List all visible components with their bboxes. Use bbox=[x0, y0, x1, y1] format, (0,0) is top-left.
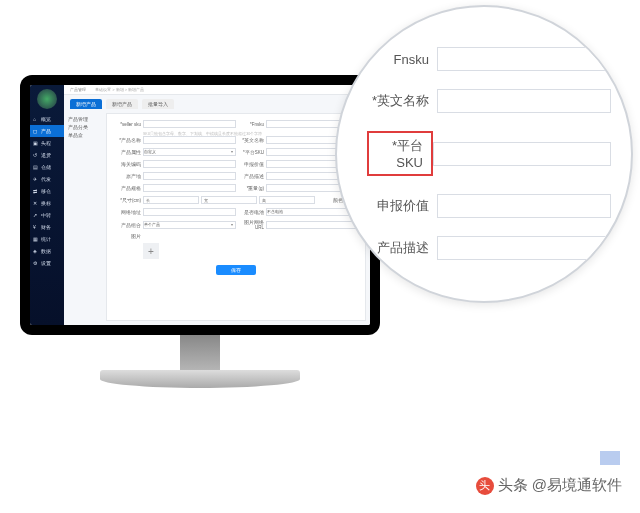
sidebar: ⌂概览 ◻产品 ▣头程 ↺退货 ▤仓储 ✈代发 ⇄移仓 ✕换标 ↗中转 ¥财务 … bbox=[30, 85, 64, 325]
tab-new-product-2[interactable]: 新增产品 bbox=[106, 99, 138, 109]
label-attr: 产品属性 bbox=[113, 150, 141, 155]
tree-item-products[interactable]: 产品管理 bbox=[68, 117, 100, 122]
label-color: 颜色 bbox=[315, 198, 343, 203]
product-form: *seller sku *Fnsku SKU只能包含字母、数字、下划线、中横线且… bbox=[106, 113, 366, 321]
url-input[interactable] bbox=[143, 208, 236, 216]
sidebar-label: 中转 bbox=[41, 212, 51, 218]
category-tree: 产品管理 产品分类 单品盒 bbox=[64, 113, 104, 145]
size-h-input[interactable] bbox=[259, 196, 315, 204]
decorative-square bbox=[600, 451, 620, 465]
screen: ⌂概览 ◻产品 ▣头程 ↺退货 ▤仓储 ✈代发 ⇄移仓 ✕换标 ↗中转 ¥财务 … bbox=[30, 85, 370, 325]
label-weight: *重量(g) bbox=[236, 186, 264, 191]
size-l-input[interactable] bbox=[143, 196, 199, 204]
label-seller-sku: *seller sku bbox=[113, 122, 141, 127]
tree-item-categories[interactable]: 产品分类 bbox=[68, 125, 100, 130]
plus-icon: + bbox=[148, 246, 154, 257]
cn-name-input[interactable] bbox=[143, 136, 236, 144]
data-icon: ◈ bbox=[33, 248, 39, 254]
sidebar-item-firstleg[interactable]: ▣头程 bbox=[30, 137, 64, 149]
sidebar-label: 移仓 bbox=[41, 188, 51, 194]
img-url-input[interactable] bbox=[266, 221, 359, 229]
mag-label-desc: 产品描述 bbox=[367, 239, 437, 257]
origin-input[interactable] bbox=[143, 172, 236, 180]
cube-icon: ◻ bbox=[33, 128, 39, 134]
magnifier-content: Fnsku *英文名称 *平台SKU 申报价值 产品描述 bbox=[337, 7, 631, 298]
sidebar-label: 换标 bbox=[41, 200, 51, 206]
tree-item-single-box[interactable]: 单品盒 bbox=[68, 133, 100, 138]
label-declare-val: 申报价值 bbox=[236, 162, 264, 167]
mag-label-plat-sku: *平台SKU bbox=[367, 131, 433, 176]
money-icon: ¥ bbox=[33, 224, 39, 230]
sidebar-item-product[interactable]: ◻产品 bbox=[30, 125, 64, 137]
sidebar-item-data[interactable]: ◈数据 bbox=[30, 245, 64, 257]
content-area: 产品管理 基础设置 > 新增 > 新增产品 新增产品 新增产品 批量导入 产品管… bbox=[64, 85, 370, 325]
monitor-stand-base bbox=[100, 370, 300, 388]
mag-row-plat-sku: *平台SKU bbox=[367, 131, 611, 176]
breadcrumb: 基础设置 > 新增 > 新增产品 bbox=[95, 87, 144, 92]
label-desc: 产品描述 bbox=[236, 174, 264, 179]
return-icon: ↺ bbox=[33, 152, 39, 158]
save-button[interactable]: 保存 bbox=[216, 265, 256, 275]
sidebar-item-settings[interactable]: ⚙设置 bbox=[30, 257, 64, 269]
magnifier-overlay: Fnsku *英文名称 *平台SKU 申报价值 产品描述 bbox=[335, 5, 633, 303]
label-origin: 原产地 bbox=[113, 174, 141, 179]
label-plat-sku: *平台SKU bbox=[236, 150, 264, 155]
mag-input-fnsku[interactable] bbox=[437, 47, 611, 71]
sidebar-label: 财务 bbox=[41, 224, 51, 230]
hscode-input[interactable] bbox=[143, 160, 236, 168]
sidebar-label: 设置 bbox=[41, 260, 51, 266]
sidebar-item-relabel[interactable]: ✕换标 bbox=[30, 197, 64, 209]
tab-bulk-import[interactable]: 批量导入 bbox=[142, 99, 174, 109]
sidebar-label: 代发 bbox=[41, 176, 51, 182]
label-url: 网络地址 bbox=[113, 210, 141, 215]
spec-input[interactable] bbox=[143, 184, 236, 192]
move-icon: ⇄ bbox=[33, 188, 39, 194]
size-w-input[interactable] bbox=[201, 196, 257, 204]
label-spec: 产品规格 bbox=[113, 186, 141, 191]
chart-icon: ▦ bbox=[33, 236, 39, 242]
storage-icon: ▤ bbox=[33, 164, 39, 170]
monitor-frame: ⌂概览 ◻产品 ▣头程 ↺退货 ▤仓储 ✈代发 ⇄移仓 ✕换标 ↗中转 ¥财务 … bbox=[20, 75, 380, 335]
sidebar-item-stats[interactable]: ▦统计 bbox=[30, 233, 64, 245]
label-en-name: *英文名称 bbox=[236, 138, 264, 143]
sidebar-item-dropship[interactable]: ✈代发 bbox=[30, 173, 64, 185]
sidebar-label: 数据 bbox=[41, 248, 51, 254]
attr-select[interactable]: 自定义 bbox=[143, 148, 236, 156]
swap-icon: ✕ bbox=[33, 200, 39, 206]
label-fnsku: *Fnsku bbox=[236, 122, 264, 127]
watermark: 头 头条 @易境通软件 bbox=[476, 476, 622, 495]
sidebar-label: 退货 bbox=[41, 152, 51, 158]
home-icon: ⌂ bbox=[33, 116, 39, 122]
topbar: 产品管理 基础设置 > 新增 > 新增产品 bbox=[64, 85, 370, 95]
sidebar-label: 仓储 bbox=[41, 164, 51, 170]
sidebar-label: 头程 bbox=[41, 140, 51, 146]
sidebar-item-storage[interactable]: ▤仓储 bbox=[30, 161, 64, 173]
sidebar-item-return[interactable]: ↺退货 bbox=[30, 149, 64, 161]
page-title: 产品管理 bbox=[70, 87, 86, 92]
mag-input-en-name[interactable] bbox=[437, 89, 611, 113]
combo-select[interactable]: 单个产品 bbox=[143, 221, 236, 229]
tab-bar: 新增产品 新增产品 批量导入 bbox=[64, 95, 370, 109]
sidebar-item-overview[interactable]: ⌂概览 bbox=[30, 113, 64, 125]
logo-avatar[interactable] bbox=[37, 89, 57, 109]
label-hscode: 海关编码 bbox=[113, 162, 141, 167]
transit-icon: ↗ bbox=[33, 212, 39, 218]
mag-row-declare-val: 申报价值 bbox=[367, 194, 611, 218]
mag-row-desc: 产品描述 bbox=[367, 236, 611, 260]
mag-input-plat-sku[interactable] bbox=[433, 142, 611, 166]
label-img-url: 图片网络URL bbox=[236, 220, 264, 230]
seller-sku-input[interactable] bbox=[143, 120, 236, 128]
upload-image-button[interactable]: + bbox=[143, 243, 159, 259]
mag-input-declare-val[interactable] bbox=[437, 194, 611, 218]
sidebar-item-transit[interactable]: ↗中转 bbox=[30, 209, 64, 221]
mag-input-desc[interactable] bbox=[437, 236, 611, 260]
mag-label-en-name: *英文名称 bbox=[367, 92, 437, 110]
sidebar-item-move[interactable]: ⇄移仓 bbox=[30, 185, 64, 197]
label-combo: 产品组合 bbox=[113, 223, 141, 228]
sidebar-label: 概览 bbox=[41, 116, 51, 122]
label-image: 图片 bbox=[113, 234, 141, 239]
gear-icon: ⚙ bbox=[33, 260, 39, 266]
tab-new-product[interactable]: 新增产品 bbox=[70, 99, 102, 109]
mag-row-fnsku: Fnsku bbox=[367, 47, 611, 71]
sidebar-item-finance[interactable]: ¥财务 bbox=[30, 221, 64, 233]
